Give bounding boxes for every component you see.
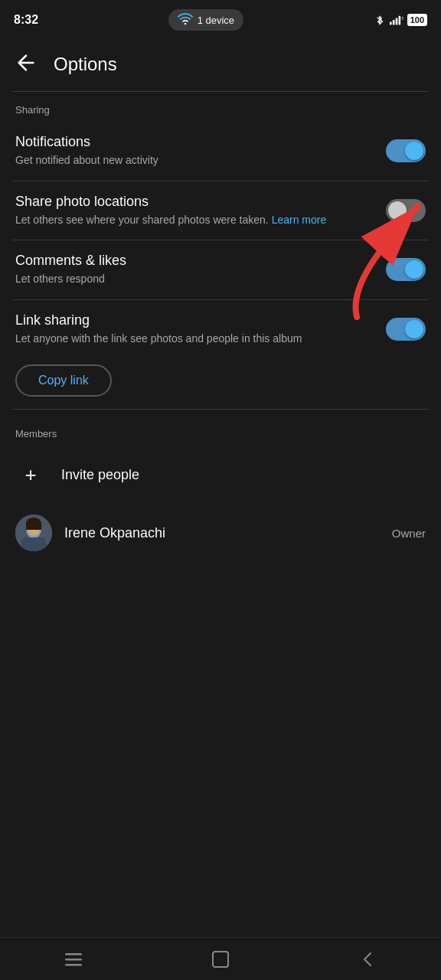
copy-link-button[interactable]: Copy link [15,364,112,397]
link-sharing-toggle[interactable] [386,318,426,341]
wifi-icon [178,12,193,28]
page-title: Options [54,54,117,75]
link-sharing-subtitle: Let anyone with the link see photos and … [15,332,374,347]
device-count: 1 device [198,15,234,26]
comments-likes-title: Comments & likes [15,253,374,269]
device-indicator: 1 device [168,9,243,31]
comments-likes-subtitle: Let others respond [15,272,374,287]
svg-rect-13 [26,522,41,530]
page-header: Options [0,37,441,91]
invite-people-row[interactable]: + Invite people [0,446,441,504]
bluetooth-icon [374,12,386,28]
link-sharing-title: Link sharing [15,312,374,328]
menu-nav-button[interactable] [51,944,96,975]
member-name: Irene Okpanachi [64,525,380,541]
share-locations-setting: Share photo locations Let others see whe… [0,181,441,240]
members-section-label: Members [0,416,441,446]
link-sharing-setting: Link sharing Let anyone with the link se… [0,300,441,359]
status-bar: 8:32 1 device 5G 100 [0,0,441,37]
back-nav-button[interactable] [345,944,390,975]
members-section: Members + Invite people Irene Okpanachi … [0,410,441,562]
svg-rect-2 [392,20,394,24]
sharing-section-label: Sharing [0,92,441,122]
share-locations-toggle[interactable] [386,199,426,222]
back-button[interactable] [9,46,43,82]
svg-text:5G: 5G [401,16,403,21]
comments-likes-text: Comments & likes Let others respond [15,253,386,287]
avatar [15,514,52,551]
home-nav-button[interactable] [198,944,243,975]
notifications-toggle[interactable] [386,139,426,162]
time-display: 8:32 [14,13,38,27]
invite-label: Invite people [61,467,139,483]
svg-rect-3 [395,18,397,24]
comments-likes-setting: Comments & likes Let others respond [0,240,441,299]
share-locations-subtitle: Let others see where your shared photos … [15,213,374,228]
svg-rect-14 [65,953,82,956]
share-locations-title: Share photo locations [15,194,374,210]
member-row: Irene Okpanachi Owner [0,504,441,562]
svg-rect-15 [65,959,82,961]
notifications-text: Notifications Get notified about new act… [15,134,386,168]
comments-likes-container: Comments & likes Let others respond [0,240,441,299]
svg-rect-11 [21,537,46,551]
link-sharing-text: Link sharing Let anyone with the link se… [15,312,386,347]
svg-point-0 [184,23,186,25]
notifications-title: Notifications [15,134,374,150]
learn-more-link[interactable]: Learn more [272,214,327,226]
notifications-setting: Notifications Get notified about new act… [0,122,441,181]
notifications-subtitle: Get notified about new activity [15,153,374,168]
signal-icon: 5G [390,14,403,26]
svg-rect-17 [213,952,228,967]
member-role: Owner [392,527,426,540]
svg-rect-4 [398,16,400,25]
bottom-navigation [0,937,441,980]
battery-indicator: 100 [407,14,427,26]
plus-icon: + [15,459,46,490]
share-locations-text: Share photo locations Let others see whe… [15,194,386,228]
svg-rect-1 [390,22,392,25]
comments-likes-toggle[interactable] [386,258,426,281]
svg-rect-16 [65,964,82,966]
status-icons: 5G 100 [374,12,427,28]
